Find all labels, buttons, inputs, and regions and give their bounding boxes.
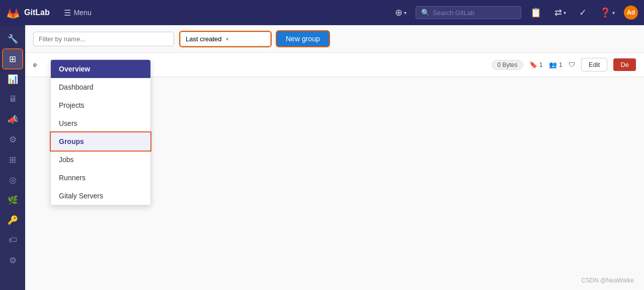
sort-caret-icon: ▾	[226, 36, 228, 42]
create-caret-icon: ▾	[404, 10, 407, 16]
settings-icon: ⚙	[9, 255, 17, 266]
dropdown-label-groups: Groups	[59, 137, 84, 146]
user-avatar[interactable]: Ad	[624, 6, 638, 20]
chart-icon: 📊	[8, 74, 18, 85]
key-icon: 🔑	[8, 215, 18, 226]
clipboard-icon: 📋	[530, 7, 541, 18]
dropdown-item-jobs[interactable]: Jobs	[51, 151, 150, 169]
new-group-button[interactable]: New group	[277, 31, 329, 46]
sidebar-icon-monitor[interactable]: 🖥	[3, 90, 22, 109]
monitor-icon: 🖥	[9, 94, 17, 104]
dropdown-header: Overview	[51, 60, 150, 78]
merge-icon: ⇄	[554, 7, 562, 18]
sidebar-icon-grid[interactable]: ⊞	[3, 49, 22, 68]
members-icon: 👥	[549, 61, 557, 68]
sidebar-icon-apps[interactable]: ⊞	[3, 150, 22, 169]
sidebar-icon-compass[interactable]: ◎	[3, 170, 22, 189]
tag-icon: 🏷	[9, 235, 17, 245]
compass-icon: ◎	[9, 175, 17, 185]
dropdown-label-gitaly: Gitaly Servers	[59, 192, 103, 200]
create-new-button[interactable]: ⊕ ▾	[391, 4, 411, 21]
search-input[interactable]	[433, 9, 516, 17]
overview-dropdown: Overview Dashboard Projects Users Groups…	[50, 59, 151, 205]
left-sidebar: 🔧 ⊞ 📊 🖥 📣 ⚙ ⊞ ◎ 🌿 🔑 🏷	[0, 25, 25, 290]
group-search-input[interactable]	[33, 32, 174, 46]
checkmark-icon: ✓	[579, 7, 587, 18]
menu-button[interactable]: ☰ Menu	[60, 6, 96, 20]
help-icon: ❓	[600, 7, 611, 18]
apps-icon: ⊞	[9, 155, 16, 165]
edit-button[interactable]: Edit	[581, 58, 607, 71]
gitlab-logo-icon	[6, 6, 20, 20]
environment-icon: 🌿	[8, 195, 18, 205]
todo-button[interactable]: 📋	[526, 4, 545, 21]
member-count: 👥 1	[549, 61, 562, 68]
bookmark-count-value: 1	[539, 61, 543, 68]
sidebar-icon-megaphone[interactable]: 📣	[3, 110, 22, 129]
dropdown-item-dashboard[interactable]: Dashboard	[51, 78, 150, 96]
dropdown-label-runners: Runners	[59, 174, 86, 182]
watermark: CSDN @NeaWalke	[582, 277, 634, 284]
dropdown-item-gitaly[interactable]: Gitaly Servers	[51, 187, 150, 205]
help-caret-icon: ▾	[612, 10, 615, 16]
menu-label: Menu	[74, 9, 92, 17]
plus-icon: ⊕	[395, 7, 403, 18]
search-icon: 🔍	[421, 9, 430, 17]
help-button[interactable]: ❓ ▾	[596, 4, 619, 21]
bookmark-count: 🔖 1	[529, 61, 543, 68]
sidebar-icon-cicd[interactable]: ⚙	[3, 130, 22, 149]
cicd-icon: ⚙	[9, 134, 17, 145]
hamburger-icon: ☰	[64, 8, 71, 18]
dropdown-label-users: Users	[59, 119, 77, 127]
main-content: Last created ▾ New group e 0 Bytes 🔖 1 👥…	[25, 25, 644, 290]
size-badge: 0 Bytes	[492, 60, 523, 70]
sidebar-icon-environment[interactable]: 🌿	[3, 190, 22, 209]
dropdown-label-dashboard: Dashboard	[59, 83, 94, 91]
toolbar-row: Last created ▾ New group	[25, 25, 644, 52]
dropdown-item-groups[interactable]: Groups	[51, 132, 150, 151]
dropdown-label-projects: Projects	[59, 101, 85, 109]
group-name-text: e	[33, 61, 37, 68]
merge-requests-button[interactable]: ⇄ ▾	[550, 4, 570, 21]
search-box[interactable]: 🔍	[416, 6, 521, 19]
issues-button[interactable]: ✓	[575, 4, 591, 21]
dropdown-label-jobs: Jobs	[59, 156, 74, 164]
dropdown-item-runners[interactable]: Runners	[51, 169, 150, 187]
sort-dropdown[interactable]: Last created ▾	[180, 32, 271, 46]
sidebar-icon-tag[interactable]: 🏷	[3, 231, 22, 250]
brand-name: GitLab	[24, 8, 50, 17]
bookmark-icon: 🔖	[529, 61, 537, 68]
merge-caret-icon: ▾	[564, 10, 566, 16]
main-layout: 🔧 ⊞ 📊 🖥 📣 ⚙ ⊞ ◎ 🌿 🔑 🏷	[0, 25, 644, 290]
sort-label: Last created	[186, 35, 222, 43]
dropdown-item-users[interactable]: Users	[51, 114, 150, 132]
dropdown-item-projects[interactable]: Projects	[51, 96, 150, 114]
megaphone-icon: 📣	[8, 114, 18, 125]
sidebar-icon-key[interactable]: 🔑	[3, 210, 22, 230]
top-navbar: GitLab ☰ Menu ⊕ ▾ 🔍 📋 ⇄ ▾ ✓ ❓ ▾ Ad	[0, 0, 644, 25]
delete-button[interactable]: De	[613, 58, 636, 71]
sidebar-icon-chart[interactable]: 📊	[3, 69, 22, 89]
shield-icon: 🛡	[569, 61, 575, 68]
sidebar-icon-settings[interactable]: ⚙	[3, 251, 22, 270]
avatar-text: Ad	[627, 9, 635, 16]
sidebar-icon-wrench[interactable]: 🔧	[3, 29, 22, 48]
member-count-value: 1	[559, 61, 562, 68]
wrench-icon: 🔧	[8, 34, 18, 44]
grid-icon: ⊞	[9, 54, 16, 64]
brand[interactable]: GitLab	[6, 6, 50, 20]
shield-count: 🛡	[569, 61, 575, 68]
